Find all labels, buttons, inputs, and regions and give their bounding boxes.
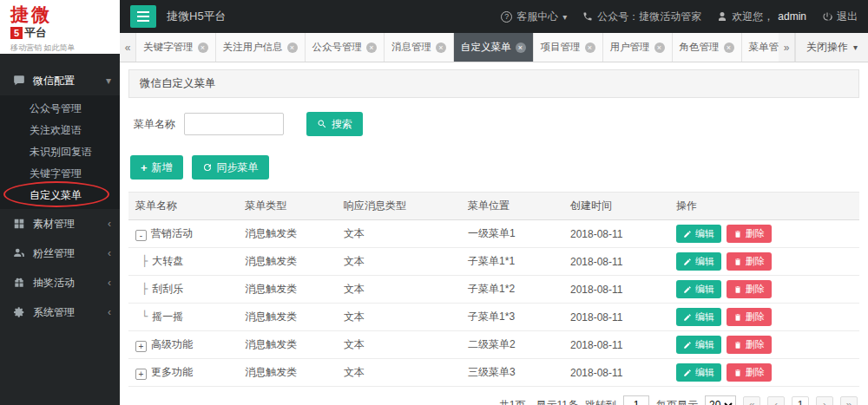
menu-type: 消息触发类	[238, 331, 337, 359]
tab-close-icon[interactable]: ×	[366, 42, 377, 53]
edit-button[interactable]: 编辑	[676, 336, 721, 354]
sidebar-nav: 微信配置 ▾ 公众号管理 关注欢迎语 未识别回复语 关键字管理 自定义菜单 素材…	[0, 54, 120, 327]
edit-button[interactable]: 编辑	[676, 280, 721, 298]
tab-close-icon[interactable]: ×	[516, 42, 526, 53]
pencil-icon	[683, 341, 692, 349]
tab-custom-menu[interactable]: 自定义菜单×	[454, 33, 534, 62]
tab-label: 用户管理	[610, 41, 650, 54]
prev-page-button[interactable]: ‹	[767, 396, 785, 405]
edit-button[interactable]: 编辑	[676, 308, 721, 326]
tab-close-icon[interactable]: ×	[287, 42, 298, 53]
sidebar-item-wechat-config[interactable]: 微信配置 ▾	[0, 66, 120, 95]
tab-follow-user-info[interactable]: 关注用户信息×	[216, 33, 306, 62]
tab-close-icon[interactable]: ×	[198, 42, 208, 53]
edit-button[interactable]: 编辑	[676, 252, 721, 271]
first-page-button[interactable]: «	[743, 396, 760, 405]
last-page-button[interactable]: »	[840, 396, 858, 405]
add-button[interactable]: + 新增	[130, 155, 183, 180]
delete-button[interactable]: 删除	[727, 363, 772, 382]
logo-brand-text: 捷微	[10, 4, 111, 24]
table-header-row: 菜单名称 菜单类型 响应消息类型 菜单位置 创建时间 操作	[128, 193, 859, 220]
tree-expand-icon[interactable]: +	[135, 369, 147, 380]
official-account-label: 公众号：捷微活动管家	[597, 10, 701, 24]
tree-branch-icon: ├	[141, 255, 148, 267]
username: admin	[778, 10, 806, 23]
pencil-icon	[683, 258, 692, 266]
search-button[interactable]: 搜索	[306, 112, 363, 136]
logo-platform-text: 平台	[24, 25, 47, 41]
hamburger-menu-button[interactable]	[130, 5, 156, 28]
close-operations-dropdown[interactable]: 关闭操作 ▾	[795, 33, 868, 62]
tab-menu-mgmt[interactable]: 菜单管理×	[742, 33, 779, 62]
tab-close-icon[interactable]: ×	[585, 42, 595, 53]
welcome-label: 欢迎您，	[732, 10, 773, 24]
sidebar-subitem-unrecognized-reply[interactable]: 未识别回复语	[0, 141, 120, 163]
tab-user-mgmt[interactable]: 用户管理×	[603, 33, 673, 62]
tab-close-icon[interactable]: ×	[436, 42, 446, 53]
tab-label: 消息管理	[391, 41, 431, 54]
logo-tagline: 移动营销 如此简单	[10, 42, 111, 54]
next-page-button[interactable]: ›	[816, 396, 833, 405]
edit-button[interactable]: 编辑	[676, 225, 721, 243]
delete-button[interactable]: 删除	[727, 336, 772, 354]
created-time: 2018-08-11	[563, 276, 669, 304]
sidebar-subitem-custom-menu[interactable]: 自定义菜单	[0, 185, 120, 206]
sidebar-subitem-welcome-message[interactable]: 关注欢迎语	[0, 120, 120, 141]
tab-label: 自定义菜单	[461, 41, 511, 54]
tab-role-mgmt[interactable]: 角色管理×	[673, 33, 742, 62]
sidebar-item-lottery-activity[interactable]: 抽奖活动 ‹	[0, 268, 120, 297]
caret-down-icon: ▾	[562, 12, 567, 22]
page-number-button[interactable]: 1	[792, 396, 809, 405]
delete-button[interactable]: 删除	[727, 308, 772, 326]
tree-branch-end-icon: └	[141, 310, 148, 323]
col-header-created-time: 创建时间	[563, 193, 669, 220]
tab-close-icon[interactable]: ×	[724, 42, 734, 53]
tree-branch-icon: ├	[141, 283, 148, 295]
plus-icon: +	[141, 162, 148, 173]
created-time: 2018-08-11	[563, 331, 669, 359]
menu-position: 二级菜单2	[461, 331, 563, 359]
delete-button[interactable]: 删除	[727, 280, 772, 298]
delete-label: 删除	[746, 227, 765, 240]
menu-type: 消息触发类	[238, 359, 337, 387]
grid-icon	[13, 218, 25, 230]
page-size-select[interactable]: 20	[705, 395, 736, 405]
sidebar-item-fans-mgmt[interactable]: 粉丝管理 ‹	[0, 238, 120, 268]
response-msg-type: 文本	[337, 304, 461, 331]
power-icon	[822, 11, 832, 22]
sidebar-item-material-mgmt[interactable]: 素材管理 ‹	[0, 209, 120, 238]
sidebar-subitem-keyword-mgmt[interactable]: 关键字管理	[0, 163, 120, 185]
delete-button[interactable]: 删除	[727, 225, 772, 243]
trash-icon	[733, 369, 742, 377]
tab-close-icon[interactable]: ×	[654, 42, 665, 53]
menu-name-input[interactable]	[184, 113, 284, 135]
tab-official-account-mgmt[interactable]: 公众号管理×	[306, 33, 385, 62]
current-user-menu[interactable]: 欢迎您，admin	[717, 10, 806, 24]
logout-button[interactable]: 退出	[822, 10, 858, 24]
tree-expand-icon[interactable]: +	[135, 341, 147, 352]
gift-icon	[13, 277, 25, 289]
tab-keyword-mgmt[interactable]: 关键字管理×	[136, 33, 216, 62]
tree-collapse-icon[interactable]: -	[135, 230, 147, 241]
phone-icon	[582, 11, 593, 22]
page-size-label: 每页显示	[656, 398, 698, 405]
goto-page-input[interactable]	[623, 395, 649, 405]
edit-button[interactable]: 编辑	[676, 363, 721, 382]
close-operations-label: 关闭操作	[806, 40, 848, 55]
official-account-info[interactable]: 公众号：捷微活动管家	[582, 10, 701, 24]
sidebar-item-system-mgmt[interactable]: 系统管理 ‹	[0, 297, 120, 327]
menu-position: 子菜单1*3	[461, 304, 563, 331]
user-icon	[717, 11, 727, 22]
goto-page-label: 跳转到	[585, 398, 616, 405]
sidebar-item-label: 抽奖活动	[33, 276, 75, 291]
tab-project-mgmt[interactable]: 项目管理×	[534, 33, 603, 62]
tabs-scroll-left-button[interactable]: «	[120, 33, 136, 62]
sidebar-subitem-official-account-mgmt[interactable]: 公众号管理	[0, 98, 120, 120]
support-center-menu[interactable]: ? 客服中心 ▾	[501, 10, 567, 24]
sync-menu-button[interactable]: 同步菜单	[192, 155, 269, 180]
tabs-scroll-right-button[interactable]: »	[779, 33, 795, 62]
pencil-icon	[683, 313, 692, 322]
tab-message-mgmt[interactable]: 消息管理×	[385, 33, 454, 62]
delete-button[interactable]: 删除	[727, 252, 772, 271]
logo: 捷微 5 平台 移动营销 如此简单	[0, 0, 120, 54]
